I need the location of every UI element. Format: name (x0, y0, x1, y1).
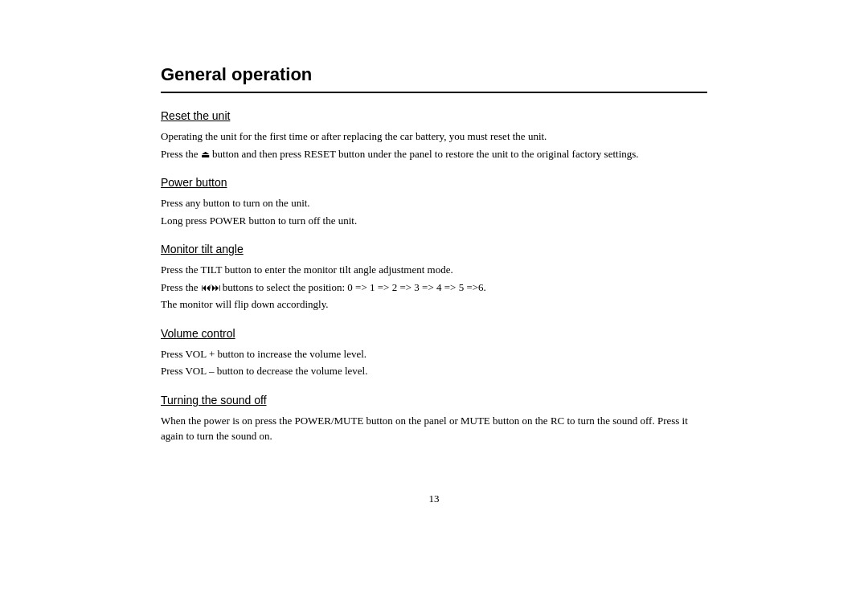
page-title: General operation (161, 64, 707, 85)
section-heading-power: Power button (161, 176, 707, 189)
section-reset-unit: Reset the unit Operating the unit for th… (161, 109, 707, 161)
section-heading-volume: Volume control (161, 327, 707, 340)
reset-para-1: Operating the unit for the first time or… (161, 129, 707, 145)
section-heading-tilt: Monitor tilt angle (161, 243, 707, 255)
volume-para-1: Press VOL + button to increase the volum… (161, 346, 707, 362)
eject-icon: ⏏ (201, 147, 210, 161)
section-heading-reset: Reset the unit (161, 109, 707, 122)
title-divider (161, 92, 707, 93)
reset-para-2: Press the ⏏ button and then press RESET … (161, 146, 707, 162)
page-number: 13 (161, 492, 707, 505)
section-power-button: Power button Press any button to turn on… (161, 176, 707, 228)
volume-para-2: Press VOL – button to decrease the volum… (161, 363, 707, 379)
section-monitor-tilt: Monitor tilt angle Press the TILT button… (161, 243, 707, 313)
section-volume-control: Volume control Press VOL + button to inc… (161, 327, 707, 379)
power-para-2: Long press POWER button to turn off the … (161, 213, 707, 229)
section-heading-sound-off: Turning the sound off (161, 394, 707, 407)
sound-off-para-1: When the power is on press the POWER/MUT… (161, 413, 707, 444)
section-body-sound-off: When the power is on press the POWER/MUT… (161, 413, 707, 444)
tilt-para-3: The monitor will flip down accordingly. (161, 296, 707, 313)
section-body-volume: Press VOL + button to increase the volum… (161, 346, 707, 379)
section-body-reset: Operating the unit for the first time or… (161, 129, 707, 161)
section-body-power: Press any button to turn on the unit. Lo… (161, 195, 707, 228)
skip-prev-icon: ⏮ (201, 280, 209, 295)
tilt-para-1: Press the TILT button to enter the monit… (161, 262, 707, 278)
tilt-para-2: Press the ⏮/⏭ buttons to select the posi… (161, 280, 707, 296)
power-para-1: Press any button to turn on the unit. (161, 195, 707, 211)
page-container: General operation Reset the unit Operati… (129, 0, 739, 554)
skip-next-icon: ⏭ (211, 280, 219, 295)
section-body-tilt: Press the TILT button to enter the monit… (161, 262, 707, 313)
section-turning-sound-off: Turning the sound off When the power is … (161, 394, 707, 444)
